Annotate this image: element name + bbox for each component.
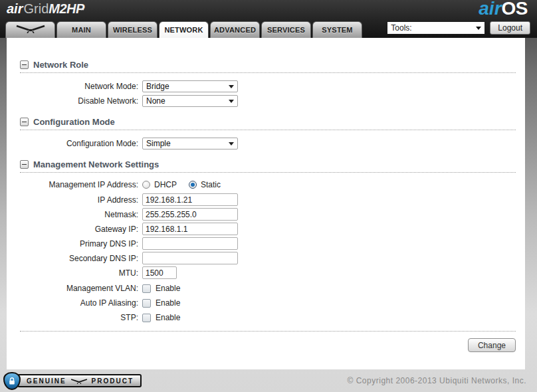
ip-address-row: IP Address: — [7, 193, 525, 206]
configuration-mode-select[interactable]: Simple — [142, 138, 238, 149]
chevron-down-icon — [229, 142, 234, 146]
chevron-down-icon — [229, 85, 234, 88]
auto-ip-aliasing-enable-label: Enable — [156, 298, 180, 308]
airos-logo: airOS — [479, 0, 528, 19]
tab-network[interactable]: NETWORK — [159, 21, 209, 38]
antenna-icon — [70, 375, 88, 387]
network-mode-select[interactable]: Bridge — [142, 80, 238, 92]
disable-network-value: None — [146, 96, 165, 106]
disable-network-row: Disable Network: None — [7, 95, 525, 107]
management-vlan-row: Management VLAN: Enable — [7, 283, 525, 294]
change-button[interactable]: Change — [468, 338, 516, 352]
genuine-product-badge[interactable]: GENUINE PRODUCT — [3, 372, 142, 389]
auto-ip-aliasing-checkbox[interactable] — [142, 299, 151, 308]
section-configuration-mode-header: Configuration Mode — [20, 117, 516, 130]
netmask-label: Netmask: — [7, 210, 142, 219]
tab-system[interactable]: SYSTEM — [312, 21, 362, 38]
primary-dns-input[interactable] — [142, 237, 238, 250]
badge-genuine-text: GENUINE — [27, 377, 66, 385]
configuration-mode-value: Simple — [146, 139, 171, 148]
secondary-dns-label: Secondary DNS IP: — [7, 254, 142, 263]
dhcp-radio[interactable] — [142, 181, 150, 189]
header-controls: Tools: Logout — [387, 21, 530, 35]
collapse-toggle-icon[interactable] — [20, 118, 29, 126]
tab-wireless[interactable]: WIRELESS — [108, 21, 158, 38]
header: airGridM2HP airOS MAIN WIRELESS NETWORK … — [0, 0, 537, 38]
configuration-mode-label: Configuration Mode: — [7, 139, 142, 148]
logout-button[interactable]: Logout — [490, 21, 530, 35]
management-vlan-checkbox[interactable] — [142, 284, 151, 293]
stp-checkbox[interactable] — [142, 314, 151, 322]
tab-advanced[interactable]: ADVANCED — [210, 21, 260, 38]
primary-dns-label: Primary DNS IP: — [7, 239, 142, 248]
airos-logo-os: OS — [502, 0, 528, 19]
management-vlan-label: Management VLAN: — [7, 284, 142, 293]
tab-services[interactable]: SERVICES — [261, 21, 311, 38]
tab-device-icon[interactable] — [5, 21, 55, 38]
gateway-ip-input[interactable] — [142, 223, 238, 235]
logo-air-text: air — [7, 1, 23, 16]
stp-label: STP: — [7, 313, 142, 322]
mtu-label: MTU: — [7, 268, 142, 278]
ip-address-input[interactable] — [142, 193, 238, 206]
static-radio[interactable] — [189, 181, 197, 189]
section-title: Network Role — [33, 60, 88, 70]
device-logo: airGridM2HP — [7, 1, 84, 17]
footer: GENUINE PRODUCT © Copyright 2006-2013 Ub… — [0, 369, 537, 392]
disable-network-label: Disable Network: — [7, 96, 142, 106]
auto-ip-aliasing-label: Auto IP Aliasing: — [7, 298, 142, 308]
gateway-row: Gateway IP: — [7, 223, 525, 235]
netmask-input[interactable] — [142, 208, 238, 221]
chevron-down-icon — [476, 27, 481, 30]
mtu-input[interactable] — [142, 266, 177, 279]
auto-ip-aliasing-row: Auto IP Aliasing: Enable — [7, 298, 525, 308]
logo-grid-text: Grid — [23, 1, 49, 16]
network-mode-row: Network Mode: Bridge — [7, 80, 525, 92]
section-management-header: Management Network Settings — [20, 159, 516, 173]
section-title: Configuration Mode — [33, 117, 115, 127]
badge-bar: GENUINE PRODUCT — [17, 374, 142, 387]
stp-enable-label: Enable — [156, 313, 180, 322]
dhcp-radio-label: DHCP — [154, 180, 177, 189]
ip-address-label: IP Address: — [7, 195, 142, 205]
copyright-text: © Copyright 2006-2013 Ubiquiti Networks,… — [348, 376, 526, 385]
tab-main[interactable]: MAIN — [56, 21, 106, 38]
tools-dropdown-value: Tools: — [391, 23, 411, 33]
gateway-label: Gateway IP: — [7, 225, 142, 234]
collapse-toggle-icon[interactable] — [20, 160, 29, 169]
change-button-area: Change — [20, 331, 516, 352]
management-ip-label: Management IP Address: — [7, 180, 142, 189]
collapse-toggle-icon[interactable] — [20, 60, 29, 69]
network-mode-label: Network Mode: — [7, 82, 142, 91]
airos-logo-air: air — [479, 0, 501, 19]
network-mode-value: Bridge — [146, 82, 169, 91]
secondary-dns-input[interactable] — [142, 252, 238, 264]
section-network-role-header: Network Role — [20, 60, 516, 73]
tools-dropdown[interactable]: Tools: — [387, 21, 485, 35]
signal-waves-icon — [78, 0, 86, 14]
tab-bar: MAIN WIRELESS NETWORK ADVANCED SERVICES … — [5, 21, 362, 38]
chevron-down-icon — [229, 100, 234, 103]
airos-page: airGridM2HP airOS MAIN WIRELESS NETWORK … — [0, 0, 537, 392]
section-title: Management Network Settings — [33, 159, 159, 169]
management-ip-radio-group: DHCP Static — [142, 180, 229, 189]
mtu-row: MTU: — [7, 266, 525, 279]
disable-network-select[interactable]: None — [142, 95, 238, 107]
network-settings-panel: Network Role Network Mode: Bridge Disabl… — [7, 38, 525, 369]
primary-dns-row: Primary DNS IP: — [7, 237, 525, 250]
antenna-icon — [15, 23, 46, 39]
stp-row: STP: Enable — [7, 312, 525, 323]
static-radio-label: Static — [201, 180, 221, 189]
secondary-dns-row: Secondary DNS IP: — [7, 252, 525, 264]
management-vlan-enable-label: Enable — [156, 284, 180, 293]
badge-product-text: PRODUCT — [92, 377, 134, 385]
netmask-row: Netmask: — [7, 208, 525, 221]
configuration-mode-row: Configuration Mode: Simple — [7, 138, 525, 149]
management-ip-row: Management IP Address: DHCP Static — [7, 180, 525, 189]
